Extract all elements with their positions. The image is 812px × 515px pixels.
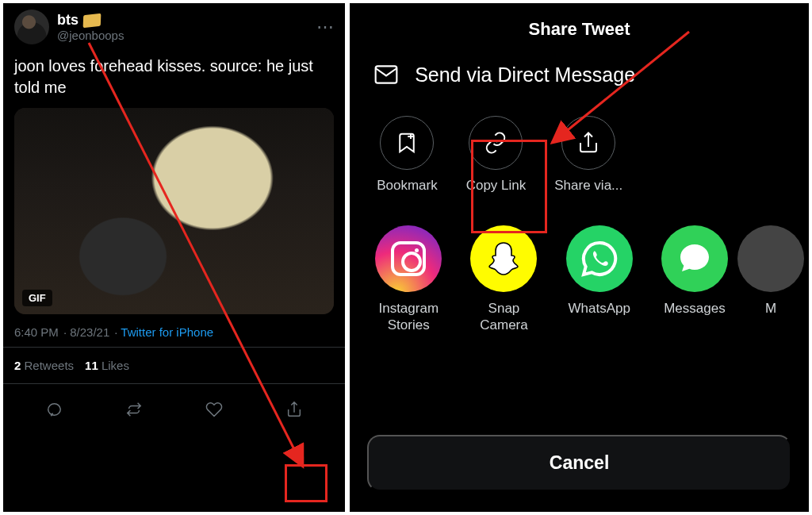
messages-icon <box>661 225 728 292</box>
share-options-row: Bookmark Copy Link Share via... <box>350 87 809 202</box>
snapchat-icon <box>470 225 537 292</box>
external-share-row: Instagram Stories Snap Camera WhatsApp M… <box>350 202 809 334</box>
share-icon <box>285 401 303 418</box>
tweet-time: 6:40 PM <box>14 325 59 339</box>
media-image <box>14 108 334 314</box>
envelope-icon <box>373 62 399 87</box>
share-whatsapp[interactable]: WhatsApp <box>565 225 634 317</box>
tweet-action-row <box>14 384 334 436</box>
tweet-detail-screen: bts @jeonboops ⋯ joon loves forehead kis… <box>3 3 345 512</box>
tweet-media[interactable]: GIF <box>14 108 334 314</box>
share-via-option[interactable]: Share via... <box>554 116 622 194</box>
whatsapp-icon <box>566 225 633 292</box>
retweets-stat[interactable]: 2 Retweets <box>14 359 74 372</box>
instagram-icon <box>375 225 442 292</box>
tweet-text: joon loves forehead kisses. source: he j… <box>14 56 334 98</box>
share-sheet-screen: Share Tweet Send via Direct Message Book… <box>350 3 809 512</box>
reply-button[interactable] <box>38 394 70 425</box>
send-via-dm-label: Send via Direct Message <box>415 63 635 86</box>
display-name[interactable]: bts <box>57 12 79 29</box>
tweet-header: bts @jeonboops ⋯ <box>14 10 334 44</box>
share-instagram-stories[interactable]: Instagram Stories <box>373 225 443 334</box>
bookmark-option[interactable]: Bookmark <box>377 116 438 194</box>
cancel-button[interactable]: Cancel <box>367 435 791 491</box>
heart-icon <box>205 401 223 418</box>
svg-rect-1 <box>376 66 397 83</box>
tweet-source[interactable]: Twitter for iPhone <box>114 325 213 339</box>
tweet-date: 8/23/21 <box>63 325 109 339</box>
username[interactable]: @jeonboops <box>57 29 124 42</box>
avatar[interactable] <box>14 10 49 44</box>
retweet-button[interactable] <box>118 394 150 425</box>
reply-icon <box>45 401 63 418</box>
share-more-cut[interactable]: M <box>755 225 787 317</box>
more-button[interactable]: ⋯ <box>316 17 334 37</box>
like-button[interactable] <box>198 394 230 425</box>
likes-stat[interactable]: 11 Likes <box>85 359 129 372</box>
tweet-meta: 6:40 PM 8/23/21 Twitter for iPhone <box>14 325 334 339</box>
share-messages[interactable]: Messages <box>660 225 730 317</box>
share-via-icon <box>576 131 600 155</box>
send-via-dm-button[interactable]: Send via Direct Message <box>350 62 809 87</box>
gif-badge: GIF <box>22 290 52 306</box>
annotation-highlight-share <box>285 464 327 502</box>
bookmark-icon <box>395 131 419 155</box>
annotation-highlight-copylink <box>471 140 547 233</box>
share-snapchat[interactable]: Snap Camera <box>469 225 538 334</box>
share-button[interactable] <box>278 394 310 425</box>
retweet-icon <box>125 401 143 418</box>
share-sheet-title: Share Tweet <box>350 3 809 62</box>
gold-badge-icon <box>83 13 102 27</box>
tweet-stats: 2 Retweets 11 Likes <box>14 348 334 383</box>
more-app-icon <box>737 225 804 292</box>
